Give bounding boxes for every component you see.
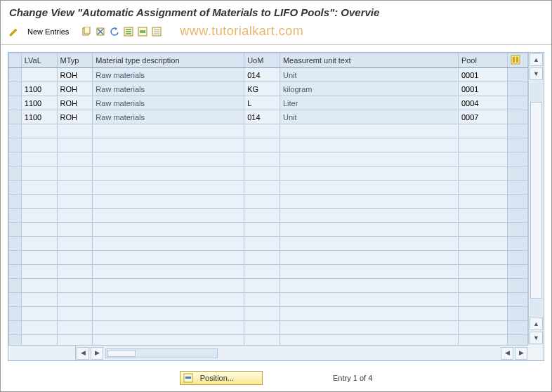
cell-uom[interactable]: L xyxy=(244,96,280,110)
change-icon[interactable] xyxy=(8,25,20,38)
cell-mtyp[interactable] xyxy=(57,209,93,223)
cell-pool[interactable] xyxy=(458,251,507,265)
table-row-empty[interactable] xyxy=(9,166,528,181)
cell-mut[interactable] xyxy=(280,237,458,251)
cell-mtyp[interactable]: ROH xyxy=(57,82,93,96)
cell-mtyp[interactable] xyxy=(57,237,93,251)
table-row[interactable]: 1100ROHRaw materialsLLiter0004 xyxy=(9,96,528,110)
cell-pool[interactable] xyxy=(458,279,507,293)
cell-desc[interactable] xyxy=(93,265,244,279)
table-row-empty[interactable] xyxy=(9,223,528,237)
cell-lval[interactable]: 1100 xyxy=(21,96,57,110)
col-header-lval[interactable]: LVaL xyxy=(21,53,57,68)
table-row-empty[interactable] xyxy=(9,265,528,279)
cell-lval[interactable] xyxy=(21,195,57,209)
cell-desc[interactable] xyxy=(93,321,244,335)
cell-mtyp[interactable]: ROH xyxy=(57,68,93,82)
table-row-empty[interactable] xyxy=(9,209,528,223)
cell-pool[interactable]: 0001 xyxy=(458,82,507,96)
cell-uom[interactable] xyxy=(244,279,280,293)
row-selector[interactable] xyxy=(9,321,22,335)
vertical-scrollbar[interactable]: ▲ ▼ ▲ ▼ xyxy=(528,53,544,345)
cell-mut[interactable] xyxy=(280,335,458,346)
cell-mtyp[interactable] xyxy=(57,181,93,195)
cell-mut[interactable] xyxy=(280,265,458,279)
cell-lval[interactable] xyxy=(21,307,57,321)
undo-icon[interactable] xyxy=(108,25,121,38)
cell-mut[interactable] xyxy=(280,209,458,223)
cell-pool[interactable] xyxy=(458,223,507,237)
cell-lval[interactable] xyxy=(21,237,57,251)
cell-pool[interactable] xyxy=(458,166,507,181)
cell-pool[interactable] xyxy=(458,209,507,223)
cell-uom[interactable] xyxy=(244,209,280,223)
cell-uom[interactable]: 014 xyxy=(244,110,280,124)
cell-mtyp[interactable] xyxy=(57,223,93,237)
cell-mut[interactable] xyxy=(280,138,458,152)
hscroll-left2-button[interactable]: ◀ xyxy=(501,347,513,360)
delete-icon[interactable] xyxy=(94,25,107,38)
cell-pool[interactable] xyxy=(458,138,507,152)
table-row-empty[interactable] xyxy=(9,321,528,335)
cell-mut[interactable] xyxy=(280,321,458,335)
cell-desc[interactable] xyxy=(93,195,244,209)
row-selector[interactable] xyxy=(9,237,22,251)
row-selector[interactable] xyxy=(9,293,22,307)
cell-desc[interactable] xyxy=(93,335,244,346)
table-row[interactable]: ROHRaw materials014Unit0001 xyxy=(9,68,528,82)
cell-lval[interactable] xyxy=(21,321,57,335)
cell-uom[interactable] xyxy=(244,335,280,346)
table-row-empty[interactable] xyxy=(9,138,528,152)
cell-mtyp[interactable] xyxy=(57,293,93,307)
table-row[interactable]: 1100ROHRaw materialsKGkilogram0001 xyxy=(9,82,528,96)
cell-desc[interactable] xyxy=(93,307,244,321)
row-selector[interactable] xyxy=(9,110,22,124)
cell-lval[interactable] xyxy=(21,335,57,346)
cell-pool[interactable] xyxy=(458,265,507,279)
cell-uom[interactable] xyxy=(244,138,280,152)
cell-mut[interactable] xyxy=(280,195,458,209)
cell-lval[interactable] xyxy=(21,209,57,223)
cell-uom[interactable] xyxy=(244,251,280,265)
cell-mut[interactable] xyxy=(280,223,458,237)
row-selector[interactable] xyxy=(9,195,22,209)
cell-pool[interactable] xyxy=(458,152,507,166)
cell-mut[interactable] xyxy=(280,124,458,138)
scroll-down-step-button[interactable]: ▼ xyxy=(530,67,543,80)
hscroll-right-step-button[interactable]: ▶ xyxy=(91,347,103,360)
row-selector[interactable] xyxy=(9,96,22,110)
cell-uom[interactable] xyxy=(244,237,280,251)
row-selector[interactable] xyxy=(9,265,22,279)
new-entries-button[interactable]: New Entries xyxy=(23,26,73,37)
copy-icon[interactable] xyxy=(80,25,93,38)
cell-mtyp[interactable] xyxy=(57,124,93,138)
cell-lval[interactable] xyxy=(21,223,57,237)
table-row-empty[interactable] xyxy=(9,152,528,166)
scroll-up-step-button[interactable]: ▲ xyxy=(530,318,543,330)
cell-mut[interactable] xyxy=(280,152,458,166)
cell-lval[interactable] xyxy=(21,251,57,265)
cell-lval[interactable] xyxy=(21,166,57,181)
cell-mtyp[interactable] xyxy=(57,321,93,335)
cell-pool[interactable] xyxy=(458,181,507,195)
cell-mut[interactable] xyxy=(280,307,458,321)
col-header-mtyp[interactable]: MTyp xyxy=(57,53,93,68)
cell-pool[interactable]: 0004 xyxy=(458,96,507,110)
cell-uom[interactable] xyxy=(244,181,280,195)
hscroll-left-button[interactable]: ◀ xyxy=(77,347,89,360)
scroll-thumb[interactable] xyxy=(530,102,542,299)
position-button[interactable]: Position... xyxy=(180,371,263,385)
table-row-empty[interactable] xyxy=(9,251,528,265)
cell-uom[interactable] xyxy=(244,152,280,166)
cell-lval[interactable] xyxy=(21,68,57,82)
cell-mtyp[interactable] xyxy=(57,251,93,265)
cell-lval[interactable] xyxy=(21,138,57,152)
table-row-empty[interactable] xyxy=(9,195,528,209)
cell-uom[interactable] xyxy=(244,223,280,237)
cell-uom[interactable]: KG xyxy=(244,82,280,96)
deselect-all-icon[interactable] xyxy=(150,25,163,38)
cell-lval[interactable] xyxy=(21,124,57,138)
cell-desc[interactable] xyxy=(93,293,244,307)
cell-mtyp[interactable] xyxy=(57,279,93,293)
cell-lval[interactable] xyxy=(21,265,57,279)
